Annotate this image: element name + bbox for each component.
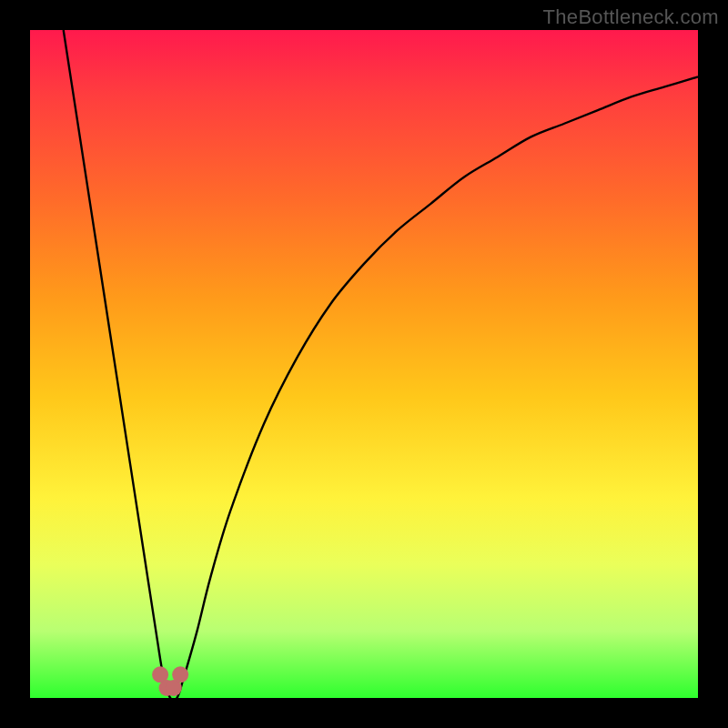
curve-svg	[30, 30, 698, 698]
watermark-text: TheBottleneck.com	[543, 5, 719, 29]
bottleneck-curve	[64, 30, 698, 701]
plot-area	[30, 30, 698, 698]
curve-markers	[152, 666, 188, 696]
chart-frame: TheBottleneck.com	[0, 0, 728, 728]
curve-marker	[172, 666, 188, 682]
